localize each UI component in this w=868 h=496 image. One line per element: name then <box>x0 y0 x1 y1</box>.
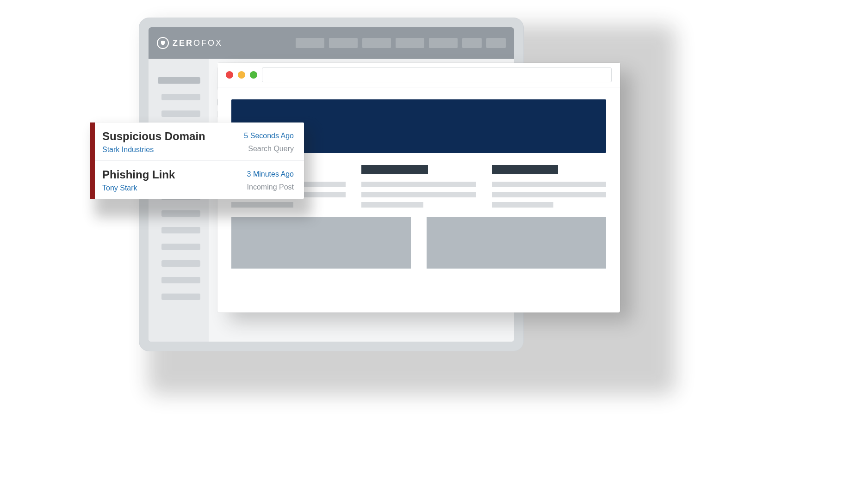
minimize-icon[interactable] <box>238 71 245 79</box>
nav-placeholder[interactable] <box>362 38 391 48</box>
sidebar-item[interactable] <box>161 294 200 300</box>
content-card <box>492 165 606 212</box>
fox-icon <box>157 37 169 49</box>
app-header: ZEROFOX <box>149 27 514 59</box>
sidebar-item[interactable] <box>161 94 200 100</box>
nav-placeholder[interactable] <box>396 38 424 48</box>
content-card <box>361 165 476 212</box>
text-placeholder <box>492 192 606 197</box>
maximize-icon[interactable] <box>250 71 257 79</box>
card-title-placeholder <box>492 165 558 174</box>
nav-placeholder[interactable] <box>296 38 324 48</box>
window-controls <box>226 71 257 79</box>
alert-type: Incoming Post <box>247 183 294 191</box>
sidebar-item[interactable] <box>161 110 200 117</box>
url-bar[interactable] <box>262 67 612 82</box>
alert-item[interactable]: Suspicious Domain Stark Industries 5 Sec… <box>90 122 304 161</box>
image-placeholder <box>427 217 606 269</box>
image-placeholder <box>231 217 411 269</box>
alert-subtitle: Stark Industries <box>102 146 205 154</box>
card-title-placeholder <box>361 165 428 174</box>
nav-placeholder[interactable] <box>329 38 358 48</box>
nav-placeholder[interactable] <box>462 38 482 48</box>
alert-time: 3 Minutes Ago <box>247 170 294 178</box>
sidebar-item[interactable] <box>161 244 200 250</box>
nav-placeholder[interactable] <box>429 38 458 48</box>
text-placeholder <box>361 182 476 187</box>
close-icon[interactable] <box>226 71 233 79</box>
brand-logo: ZEROFOX <box>157 37 223 49</box>
brand-name: ZEROFOX <box>173 38 223 48</box>
alert-title: Suspicious Domain <box>102 130 205 143</box>
alert-type: Search Query <box>244 145 294 153</box>
alerts-popover: Suspicious Domain Stark Industries 5 Sec… <box>90 122 304 199</box>
sidebar-item[interactable] <box>161 277 200 283</box>
alert-title: Phishing Link <box>102 168 175 181</box>
nav-placeholder[interactable] <box>486 38 506 48</box>
browser-chrome <box>217 63 620 87</box>
brand-name-bold: ZER <box>173 38 193 48</box>
alert-item[interactable]: Phishing Link Tony Stark 3 Minutes Ago I… <box>90 161 304 199</box>
sidebar-item[interactable] <box>161 260 200 267</box>
sidebar-item[interactable] <box>161 227 200 233</box>
text-placeholder <box>492 182 606 187</box>
text-placeholder <box>361 202 423 208</box>
alert-subtitle: Tony Stark <box>102 184 175 192</box>
text-placeholder <box>361 192 476 197</box>
sidebar-item[interactable] <box>158 77 200 84</box>
text-placeholder <box>492 202 554 208</box>
alert-time: 5 Seconds Ago <box>244 132 294 140</box>
brand-name-thin: OFOX <box>193 38 223 48</box>
